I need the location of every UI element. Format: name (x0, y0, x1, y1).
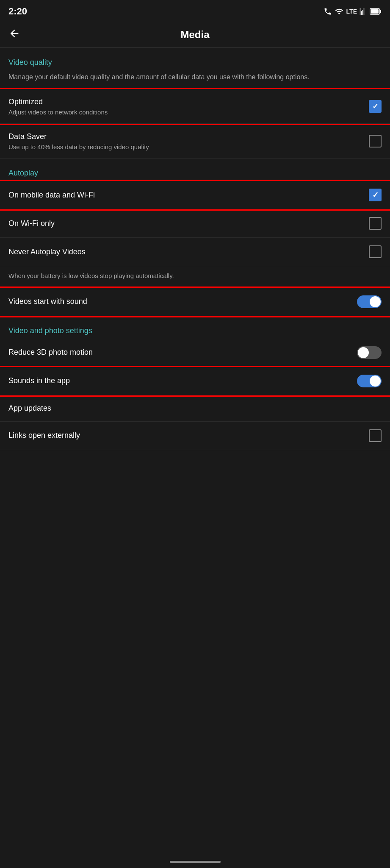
sounds-app-info: Sounds in the app (8, 376, 357, 386)
data-saver-sublabel: Use up to 40% less data by reducing vide… (8, 143, 369, 150)
wifi-only-row[interactable]: On Wi-Fi only (0, 209, 390, 238)
status-bar: 2:20 LTE (0, 0, 390, 22)
lte-icon: LTE (346, 8, 357, 15)
sounds-app-row[interactable]: Sounds in the app (0, 367, 390, 395)
mobile-wifi-info: On mobile data and Wi-Fi (8, 190, 369, 200)
videos-sound-row[interactable]: Videos start with sound (0, 288, 390, 316)
never-autoplay-label: Never Autoplay Videos (8, 247, 369, 257)
wifi-only-info: On Wi-Fi only (8, 218, 369, 229)
optimized-label: Optimized (8, 97, 369, 107)
videos-sound-info: Videos start with sound (8, 296, 357, 307)
status-time: 2:20 (8, 6, 27, 17)
page-title: Media (180, 29, 209, 41)
links-external-checkbox[interactable] (369, 429, 382, 442)
sounds-app-toggle[interactable] (357, 375, 382, 387)
never-autoplay-info: Never Autoplay Videos (8, 247, 369, 257)
sounds-app-label: Sounds in the app (8, 376, 357, 386)
home-indicator (170, 861, 221, 863)
sounds-app-knob (370, 376, 381, 387)
phone-signal-icon (324, 7, 332, 16)
reduce-3d-label: Reduce 3D photo motion (8, 347, 357, 358)
wifi-icon (335, 7, 344, 16)
optimized-checkbox[interactable] (369, 100, 382, 113)
app-updates-label: App updates (8, 403, 382, 414)
videos-sound-toggle[interactable] (357, 295, 382, 308)
data-saver-label: Data Saver (8, 131, 369, 142)
autoplay-note: When your battery is low videos stop pla… (0, 266, 390, 288)
video-quality-header: Video quality (0, 48, 390, 70)
mobile-wifi-checkbox[interactable] (369, 189, 382, 201)
svg-rect-1 (371, 9, 379, 14)
settings-content: Video quality Manage your default video … (0, 48, 390, 450)
app-updates-row[interactable]: App updates (0, 395, 390, 422)
wifi-only-label: On Wi-Fi only (8, 218, 369, 229)
links-external-info: Links open externally (8, 430, 369, 441)
reduce-3d-row[interactable]: Reduce 3D photo motion (0, 339, 390, 367)
reduce-3d-info: Reduce 3D photo motion (8, 347, 357, 358)
links-external-row[interactable]: Links open externally (0, 422, 390, 450)
data-saver-row[interactable]: Data Saver Use up to 40% less data by re… (0, 124, 390, 159)
video-photo-section: Video and photo settings Reduce 3D photo… (0, 316, 390, 450)
data-saver-info: Data Saver Use up to 40% less data by re… (8, 131, 369, 150)
autoplay-section: Autoplay On mobile data and Wi-Fi On Wi-… (0, 159, 390, 316)
back-button[interactable] (8, 28, 20, 42)
never-autoplay-row[interactable]: Never Autoplay Videos (0, 238, 390, 266)
wifi-only-checkbox[interactable] (369, 217, 382, 230)
video-quality-section: Video quality Manage your default video … (0, 48, 390, 159)
links-external-label: Links open externally (8, 430, 369, 441)
status-icons: LTE (324, 7, 382, 16)
signal-bars-icon (360, 8, 367, 15)
mobile-wifi-label: On mobile data and Wi-Fi (8, 190, 369, 200)
optimized-sublabel: Adjust videos to network conditions (8, 108, 369, 116)
video-quality-description: Manage your default video quality and th… (0, 70, 390, 89)
svg-rect-2 (380, 10, 381, 13)
optimized-info: Optimized Adjust videos to network condi… (8, 97, 369, 116)
data-saver-checkbox[interactable] (369, 135, 382, 147)
reduce-3d-knob (358, 347, 369, 358)
never-autoplay-checkbox[interactable] (369, 245, 382, 258)
videos-sound-knob (370, 296, 381, 307)
page-header: Media (0, 22, 390, 48)
videos-sound-label: Videos start with sound (8, 296, 357, 307)
video-photo-header: Video and photo settings (0, 316, 390, 339)
battery-icon (370, 8, 382, 15)
autoplay-header: Autoplay (0, 159, 390, 181)
mobile-wifi-row[interactable]: On mobile data and Wi-Fi (0, 181, 390, 209)
app-updates-info: App updates (8, 403, 382, 414)
optimized-row[interactable]: Optimized Adjust videos to network condi… (0, 89, 390, 124)
reduce-3d-toggle[interactable] (357, 346, 382, 359)
